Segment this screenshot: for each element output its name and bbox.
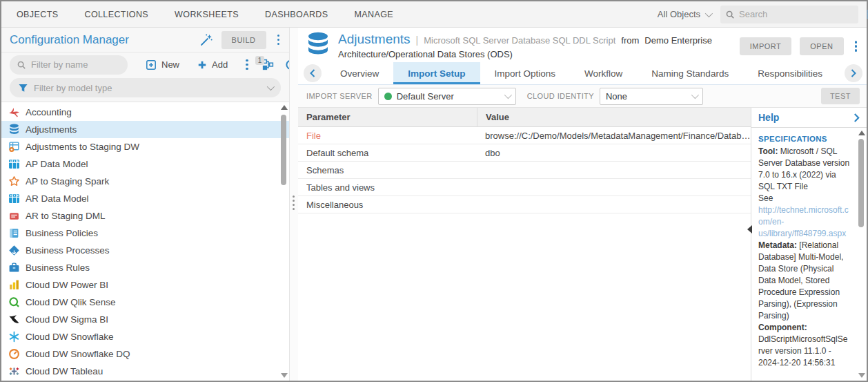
filter-by-name-field[interactable]	[10, 55, 128, 75]
list-item[interactable]: Cloud DW Tableau	[1, 363, 289, 380]
advanced-search-icon[interactable]	[865, 10, 868, 19]
list-item[interactable]: Adjustments to Staging DW	[1, 138, 289, 155]
table-row[interactable]: Default schemadbo	[298, 144, 751, 162]
build-button[interactable]: BUILD	[221, 31, 266, 49]
sidebar-more-menu-icon[interactable]	[275, 33, 283, 47]
tab-naming-standards[interactable]: Naming Standards	[637, 62, 743, 84]
list-item-label: AP Data Model	[26, 159, 88, 169]
tab-workflow[interactable]: Workflow	[570, 62, 637, 84]
param-table-body: Filebrowse://C:/Demo/Models/MetadataMana…	[298, 127, 751, 213]
metadata-label: Metadata:	[758, 240, 797, 250]
new-document-icon	[146, 59, 157, 70]
title-separator: |	[416, 35, 419, 46]
technet-link[interactable]: http://technet.microsoft.com/en-us/libra…	[758, 205, 849, 238]
help-scrollbar[interactable]	[857, 129, 865, 379]
cloud-identity-select[interactable]: None	[600, 88, 703, 105]
list-item[interactable]: Cloud DW Snowflake DQ	[1, 345, 289, 363]
table-row[interactable]: Tables and views	[298, 179, 751, 196]
global-search[interactable]	[720, 6, 858, 23]
object-path: Architecture/Operational Data Stores (OD…	[338, 49, 712, 59]
list-item[interactable]: AR to Staging DML	[1, 207, 289, 225]
object-header: Adjustments | Microsoft SQL Server Datab…	[298, 28, 867, 62]
table-header-row: Parameter Value	[298, 108, 751, 127]
filter-by-model-type-placeholder: Filter by model type	[34, 83, 262, 93]
metadata-paragraph: Metadata: [Relational Database] Multi-Mo…	[758, 240, 850, 322]
more-actions-badge: 1	[255, 56, 265, 65]
search-input[interactable]	[739, 9, 860, 19]
resize-handle-dots[interactable]	[293, 195, 295, 210]
filter-by-name-input[interactable]	[31, 59, 121, 70]
from-label: from	[621, 35, 639, 46]
tabs-scroll-right-button[interactable]	[845, 64, 862, 82]
list-item[interactable]: AP to Staging Spark	[1, 173, 289, 190]
table-row[interactable]: Schemas	[298, 162, 751, 179]
parameter-table: Parameter Value Filebrowse://C:/Demo/Mod…	[298, 108, 751, 381]
list-item[interactable]: Business Rules	[1, 259, 289, 276]
nav-item-dashboards[interactable]: DASHBOARDS	[265, 10, 328, 19]
import-button[interactable]: IMPORT	[740, 37, 792, 55]
list-item[interactable]: Cloud DW Snowflake	[1, 328, 289, 345]
add-button[interactable]: Add	[197, 59, 228, 70]
tabs-scroll-left-button[interactable]	[304, 64, 322, 82]
import-setup-content: Parameter Value Filebrowse://C:/Demo/Mod…	[298, 108, 867, 381]
table-row[interactable]: Filebrowse://C:/Demo/Models/MetadataMana…	[298, 127, 751, 144]
object-scope-selector[interactable]: All Objects	[658, 9, 711, 19]
tableau-icon	[8, 365, 20, 377]
filter-by-model-type-dropdown[interactable]: Filter by model type	[10, 78, 281, 97]
list-item[interactable]: Business Policies	[1, 225, 289, 242]
list-item-label: Business Policies	[26, 228, 98, 238]
help-title: Help	[758, 112, 779, 123]
list-item[interactable]: Cloud DW Power BI	[1, 276, 289, 294]
nav-item-objects[interactable]: OBJECTS	[17, 10, 58, 19]
cloud-identity-value: None	[606, 91, 687, 102]
process-diamond-icon	[8, 245, 20, 256]
parameter-cell: File	[298, 131, 477, 141]
funnel-icon	[18, 83, 28, 93]
help-content: SPECIFICATIONS Tool: Microsoft / SQL Ser…	[751, 128, 867, 381]
panel-title: Configuration Manager	[10, 33, 129, 47]
scroll-thumb[interactable]	[858, 139, 864, 227]
list-item[interactable]: AP Data Model	[1, 155, 289, 173]
scroll-up-arrow[interactable]	[858, 131, 865, 135]
cloud-identity-label: CLOUD IDENTITY	[527, 92, 594, 100]
panel-resize-gutter[interactable]	[289, 28, 298, 381]
parameter-cell: Miscellaneous	[298, 200, 477, 210]
nav-item-collections[interactable]: COLLECTIONS	[84, 10, 148, 19]
spark-star-icon	[8, 175, 20, 187]
tab-vers[interactable]: Vers	[837, 62, 842, 84]
wand-icon[interactable]	[199, 33, 213, 47]
database-icon	[8, 124, 20, 135]
scroll-down-arrow[interactable]	[858, 373, 865, 378]
list-item-label: Cloud DW Snowflake DQ	[26, 349, 130, 359]
tab-overview[interactable]: Overview	[326, 62, 393, 84]
list-item[interactable]: Cloud DW Qlik Sense	[1, 294, 289, 311]
more-actions-button[interactable]: 1	[243, 58, 262, 72]
accounting-icon	[8, 106, 20, 118]
new-button[interactable]: New	[146, 59, 179, 70]
nav-item-manage[interactable]: MANAGE	[355, 10, 394, 19]
list-item[interactable]: Cloud DW Sigma BI	[1, 311, 289, 328]
tab-responsibilities[interactable]: Responsibilities	[743, 62, 837, 84]
nav-item-worksheets[interactable]: WORKSHEETS	[175, 10, 239, 19]
search-icon	[17, 60, 26, 70]
column-header-value: Value	[477, 108, 751, 126]
list-item[interactable]: Adjustments	[1, 121, 289, 138]
help-collapse-chevron-icon[interactable]	[854, 113, 860, 122]
tab-import-options[interactable]: Import Options	[480, 62, 571, 84]
scroll-down-arrow[interactable]	[281, 373, 288, 378]
table-row[interactable]: Miscellaneous	[298, 196, 751, 213]
list-item[interactable]: AR Data Model	[1, 190, 289, 207]
list-item-label: AP to Staging Spark	[26, 176, 109, 187]
chevron-down-icon	[691, 91, 699, 99]
list-item[interactable]: Accounting	[1, 104, 289, 121]
tab-import-setup[interactable]: Import Setup	[393, 62, 480, 84]
scroll-thumb[interactable]	[281, 115, 286, 185]
list-item[interactable]: Business Processes	[1, 242, 289, 259]
open-button[interactable]: OPEN	[800, 37, 843, 55]
document-icon	[8, 227, 20, 239]
import-server-select[interactable]: Default Server	[378, 88, 516, 105]
scroll-up-arrow[interactable]	[281, 105, 288, 110]
object-more-menu-icon[interactable]	[852, 39, 860, 53]
sidebar-scrollbar[interactable]	[279, 104, 288, 379]
test-button[interactable]: TEST	[821, 88, 860, 104]
